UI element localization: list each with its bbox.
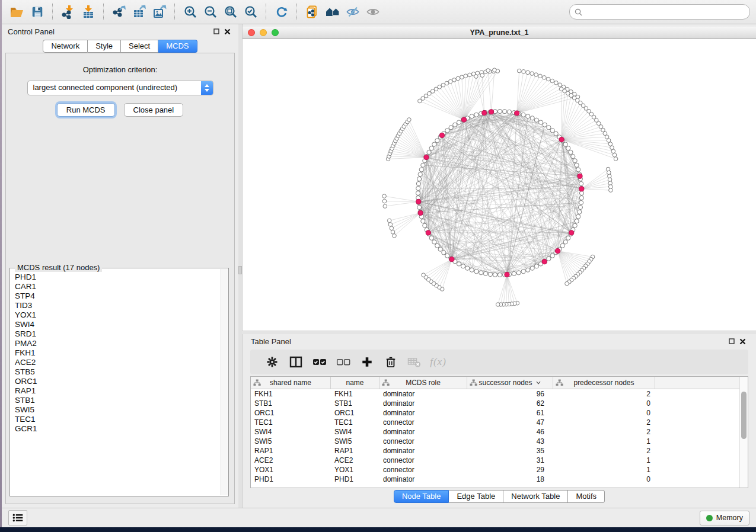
search-field[interactable]	[569, 4, 750, 20]
mcds-node-item[interactable]: STB5	[15, 367, 221, 377]
cell-successor-nodes[interactable]: 62	[467, 399, 553, 408]
cell-shared-name[interactable]: RAP1	[251, 447, 331, 455]
mcds-node-item[interactable]: PMA2	[15, 339, 221, 348]
task-history-button[interactable]	[8, 510, 27, 525]
cell-predecessor-nodes[interactable]: 2	[553, 428, 655, 436]
graph-node[interactable]	[516, 271, 521, 275]
control-panel-float-button[interactable]	[211, 27, 222, 36]
graph-node[interactable]	[465, 266, 470, 270]
graph-node[interactable]	[571, 155, 575, 159]
search-input[interactable]	[585, 7, 745, 17]
graph-satellite-node[interactable]	[538, 74, 543, 78]
graph-satellite-node[interactable]	[550, 79, 554, 83]
graph-mcds-node[interactable]	[418, 210, 423, 215]
cell-successor-nodes[interactable]: 61	[467, 409, 553, 417]
mcds-node-item[interactable]: TID3	[15, 301, 221, 310]
import-table-button[interactable]	[79, 3, 98, 21]
mcds-node-item[interactable]: STB1	[15, 396, 221, 405]
graph-node[interactable]	[497, 109, 502, 113]
mcds-node-item[interactable]: STP4	[15, 291, 221, 301]
graph-node[interactable]	[449, 126, 453, 130]
memory-button[interactable]: Memory	[700, 511, 749, 525]
graph-satellite-node[interactable]	[609, 188, 613, 193]
graph-node[interactable]	[563, 142, 567, 146]
cell-mcds-role[interactable]: connector	[379, 437, 467, 446]
graph-node[interactable]	[526, 268, 530, 272]
mcds-node-item[interactable]: RAP1	[15, 386, 221, 396]
graph-mcds-node[interactable]	[424, 155, 429, 159]
cell-name[interactable]: YOX1	[331, 466, 379, 474]
cell-predecessor-nodes[interactable]: 1	[553, 456, 655, 464]
mcds-node-item[interactable]: SRD1	[15, 329, 221, 339]
control-panel-close-button[interactable]	[222, 27, 232, 36]
graph-node[interactable]	[474, 113, 479, 117]
show-all-button[interactable]	[363, 3, 382, 21]
cell-shared-name[interactable]: ORC1	[251, 409, 331, 417]
mcds-node-item[interactable]: TEC1	[15, 415, 221, 424]
cell-name[interactable]: FKH1	[331, 390, 379, 398]
tab-mcds[interactable]: MCDS	[158, 40, 197, 53]
graph-node[interactable]	[429, 236, 433, 240]
cell-predecessor-nodes[interactable]: 1	[553, 437, 655, 446]
graph-node[interactable]	[566, 146, 570, 150]
graph-satellite-node[interactable]	[534, 73, 538, 77]
mcds-node-item[interactable]: SWI4	[15, 320, 221, 329]
add-column-button[interactable]	[355, 353, 379, 371]
cell-name[interactable]: RAP1	[331, 447, 379, 455]
graph-mcds-node[interactable]	[482, 110, 487, 115]
tab-network[interactable]: Network	[43, 40, 88, 53]
graph-node[interactable]	[429, 146, 433, 150]
table-row[interactable]: ACE2ACE2connector311	[251, 456, 748, 465]
graph-satellite-node[interactable]	[558, 83, 562, 87]
cell-mcds-role[interactable]: connector	[379, 418, 467, 427]
graph-mcds-node[interactable]	[461, 117, 466, 122]
import-network-button[interactable]	[59, 3, 78, 21]
cell-mcds-role[interactable]: dominator	[379, 390, 467, 398]
table-row[interactable]: YOX1YOX1connector291	[251, 465, 748, 475]
graph-mcds-node[interactable]	[489, 110, 494, 114]
graph-satellite-node[interactable]	[613, 153, 617, 157]
cell-name[interactable]: TEC1	[331, 418, 379, 427]
graph-node[interactable]	[483, 271, 487, 275]
table-row[interactable]: PHD1PHD1dominator180	[251, 475, 748, 484]
table-panel-close-button[interactable]	[737, 336, 748, 346]
graph-node[interactable]	[445, 129, 449, 133]
cell-successor-nodes[interactable]: 46	[467, 428, 553, 436]
graph-node[interactable]	[461, 264, 465, 268]
cell-mcds-role[interactable]: dominator	[379, 399, 467, 408]
zoom-out-button[interactable]	[201, 3, 220, 21]
graph-node[interactable]	[502, 110, 506, 114]
graph-node[interactable]	[573, 159, 577, 163]
graph-node[interactable]	[569, 150, 573, 154]
graph-node[interactable]	[547, 257, 551, 261]
cell-successor-nodes[interactable]: 96	[467, 390, 553, 398]
cell-predecessor-nodes[interactable]: 0	[553, 475, 655, 483]
mcds-node-item[interactable]: ACE2	[15, 358, 221, 367]
cell-shared-name[interactable]: SWI5	[251, 437, 331, 446]
graph-node[interactable]	[579, 200, 583, 204]
graph-node[interactable]	[423, 223, 427, 227]
graph-mcds-node[interactable]	[579, 187, 584, 191]
graph-node[interactable]	[575, 163, 579, 167]
column-layout-button[interactable]	[284, 353, 308, 371]
optimization-select[interactable]: largest connected component (undirected)	[27, 81, 213, 95]
cell-name[interactable]: PHD1	[331, 475, 379, 483]
graph-node[interactable]	[457, 262, 461, 266]
graph-satellite-node[interactable]	[554, 81, 559, 85]
cell-mcds-role[interactable]: connector	[379, 466, 467, 474]
cell-mcds-role[interactable]: dominator	[379, 447, 467, 455]
graph-node[interactable]	[538, 120, 543, 124]
cell-name[interactable]: ACE2	[331, 456, 379, 464]
graph-satellite-node[interactable]	[474, 75, 479, 79]
graph-node[interactable]	[417, 177, 422, 181]
graph-satellite-node[interactable]	[422, 273, 426, 277]
select-all-button[interactable]	[308, 353, 331, 371]
cell-name[interactable]: SWI5	[331, 437, 379, 446]
run-mcds-button[interactable]: Run MCDS	[57, 103, 115, 117]
cell-predecessor-nodes[interactable]: 2	[553, 447, 655, 455]
graph-mcds-node[interactable]	[559, 137, 564, 142]
graph-node[interactable]	[543, 123, 547, 127]
navigator-button[interactable]	[323, 3, 342, 21]
graph-satellite-node[interactable]	[452, 78, 457, 82]
graph-satellite-node[interactable]	[493, 68, 497, 72]
